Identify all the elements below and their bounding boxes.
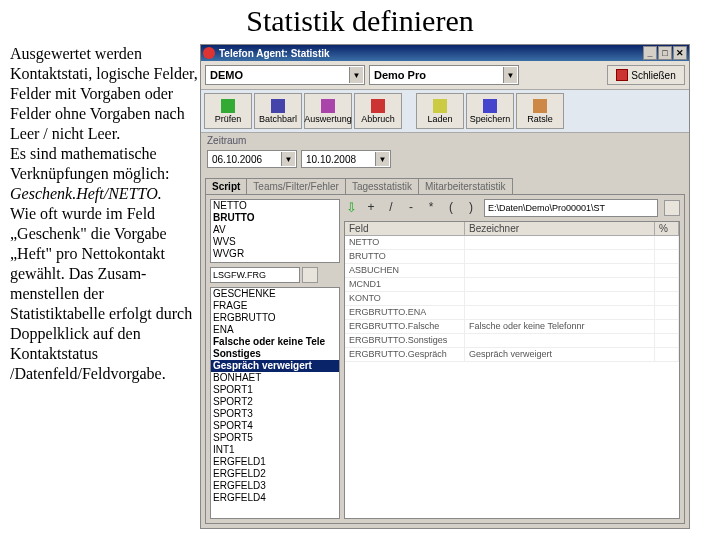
tabstrip: Script Teams/Filter/Fehler Tagesstatisti… (205, 178, 685, 194)
desc-formula: Geschenk.Heft/NETTO. (10, 185, 162, 202)
list-item[interactable]: Falsche oder keine Tele (211, 336, 339, 348)
help-icon (533, 99, 547, 113)
tab-body: NETTO BRUTTO AV WVS WVGR LSGFW.FRG GESCH… (205, 194, 685, 524)
list-item[interactable]: WVS (211, 236, 339, 248)
table-row[interactable]: KONTO (345, 292, 679, 306)
minimize-button[interactable]: _ (643, 46, 657, 60)
pruefen-button[interactable]: Prüfen (204, 93, 252, 129)
date-to[interactable]: 10.10.2008▼ (301, 150, 391, 168)
close-icon (616, 69, 628, 81)
open-icon (433, 99, 447, 113)
browse-button[interactable] (664, 200, 680, 216)
list-item[interactable]: GESCHENKE (211, 288, 339, 300)
list-item[interactable]: SPORT3 (211, 408, 339, 420)
project-bar: DEMO ▼ Demo Pro ▼ Schließen (201, 61, 689, 90)
tab-teams[interactable]: Teams/Filter/Fehler (246, 178, 346, 194)
table-row[interactable]: MCND1 (345, 278, 679, 292)
table-row[interactable]: ERGBRUTTO.GesprächGespräch verweigert (345, 348, 679, 362)
tab-mitarbeiter[interactable]: Mitarbeiterstatistik (418, 178, 513, 194)
list-item[interactable]: ERGFELD4 (211, 492, 339, 504)
close-label: Schließen (631, 70, 675, 81)
stat-grid[interactable]: Feld Bezeichner % NETTOBRUTTOASBUCHENMCN… (344, 221, 680, 519)
save-icon (483, 99, 497, 113)
plus-op[interactable]: + (364, 200, 378, 216)
speichern-button[interactable]: Speichern (466, 93, 514, 129)
list-item[interactable]: FRAGE (211, 300, 339, 312)
grid-header: Feld Bezeichner % (345, 222, 679, 236)
grid-body: NETTOBRUTTOASBUCHENMCND1KONTOERGBRUTTO.E… (345, 236, 679, 518)
script-file-field[interactable]: LSGFW.FRG (210, 267, 300, 283)
table-row[interactable]: ASBUCHEN (345, 264, 679, 278)
list-item[interactable]: ERGBRUTTO (211, 312, 339, 324)
zeitraum-row: 06.10.2006▼ 10.10.2008▼ (201, 148, 689, 174)
project-value: DEMO (210, 69, 243, 81)
cancel-icon (371, 99, 385, 113)
file-button[interactable] (302, 267, 318, 283)
zeitraum-label: Zeitraum (201, 133, 689, 148)
auswertung-button[interactable]: Auswertung (304, 93, 352, 129)
window-title: Telefon Agent: Statistik (219, 48, 330, 59)
date-from[interactable]: 06.10.2006▼ (207, 150, 297, 168)
star-op[interactable]: * (424, 200, 438, 216)
list-item[interactable]: Sonstiges (211, 348, 339, 360)
list-item[interactable]: BONHAET (211, 372, 339, 384)
check-icon (221, 99, 235, 113)
table-row[interactable]: ERGBRUTTO.FalscheFalsche oder keine Tele… (345, 320, 679, 334)
project-desc-combo[interactable]: Demo Pro ▼ (369, 65, 519, 85)
chevron-down-icon: ▼ (375, 152, 389, 166)
table-row[interactable]: ERGBRUTTO.Sonstiges (345, 334, 679, 348)
batch-button[interactable]: Batchbarl (254, 93, 302, 129)
tab-tagesstatistik[interactable]: Tagesstatistik (345, 178, 419, 194)
slash-op[interactable]: / (384, 200, 398, 216)
description-text: Ausgewertet werden Kontaktstati, logisch… (0, 44, 200, 529)
titlebar[interactable]: Telefon Agent: Statistik _ □ ✕ (201, 45, 689, 61)
ratsle-button[interactable]: Ratsle (516, 93, 564, 129)
operator-row: ⇩ + / - * ( ) E:\Daten\Demo\Pro00001\ST (344, 199, 680, 217)
list-item[interactable]: SPORT5 (211, 432, 339, 444)
status-listbox[interactable]: NETTO BRUTTO AV WVS WVGR (210, 199, 340, 263)
list-item[interactable]: SPORT2 (211, 396, 339, 408)
output-path[interactable]: E:\Daten\Demo\Pro00001\ST (484, 199, 658, 217)
list-item[interactable]: SPORT1 (211, 384, 339, 396)
list-item-selected[interactable]: Gespräch verweigert (211, 360, 339, 372)
slide-title: Statistik definieren (0, 0, 720, 44)
project-combo[interactable]: DEMO ▼ (205, 65, 365, 85)
report-icon (321, 99, 335, 113)
abbruch-button[interactable]: Abbruch (354, 93, 402, 129)
list-item[interactable]: INT1 (211, 444, 339, 456)
fields-listbox[interactable]: GESCHENKE FRAGE ERGBRUTTO ENA Falsche od… (210, 287, 340, 519)
list-item[interactable]: ERGFELD2 (211, 468, 339, 480)
list-item[interactable]: ENA (211, 324, 339, 336)
lparen-op[interactable]: ( (444, 200, 458, 216)
list-item[interactable]: WVGR (211, 248, 339, 260)
desc-p2a: Es sind mathematische Verknüpfungen mögl… (10, 145, 170, 182)
maximize-button[interactable]: □ (658, 46, 672, 60)
chevron-down-icon: ▼ (281, 152, 295, 166)
list-item[interactable]: SPORT4 (211, 420, 339, 432)
list-item[interactable]: NETTO (211, 200, 339, 212)
rparen-op[interactable]: ) (464, 200, 478, 216)
list-item[interactable]: ERGFELD1 (211, 456, 339, 468)
schliessen-button[interactable]: Schließen (607, 65, 685, 85)
list-item[interactable]: ERGFELD3 (211, 480, 339, 492)
desc-p1: Ausgewertet werden Kontaktstati, logisch… (10, 45, 198, 142)
table-row[interactable]: ERGBRUTTO.ENA (345, 306, 679, 320)
col-feld[interactable]: Feld (345, 222, 465, 235)
statistik-window: Telefon Agent: Statistik _ □ ✕ DEMO ▼ De… (200, 44, 690, 529)
close-window-button[interactable]: ✕ (673, 46, 687, 60)
chevron-down-icon: ▼ (349, 67, 363, 83)
app-icon (203, 47, 215, 59)
list-item[interactable]: BRUTTO (211, 212, 339, 224)
col-bezeichner[interactable]: Bezeichner (465, 222, 655, 235)
toolbar: Prüfen Batchbarl Auswertung Abbruch Lade… (201, 90, 689, 133)
table-row[interactable]: NETTO (345, 236, 679, 250)
table-row[interactable]: BRUTTO (345, 250, 679, 264)
laden-button[interactable]: Laden (416, 93, 464, 129)
list-item[interactable]: AV (211, 224, 339, 236)
minus-op[interactable]: - (404, 200, 418, 216)
chevron-down-icon: ▼ (503, 67, 517, 83)
desc-p3: Wie oft wurde im Feld „Geschenk" die Vor… (10, 205, 192, 382)
tab-script[interactable]: Script (205, 178, 247, 194)
add-op-icon[interactable]: ⇩ (344, 200, 358, 216)
col-percent[interactable]: % (655, 222, 679, 235)
